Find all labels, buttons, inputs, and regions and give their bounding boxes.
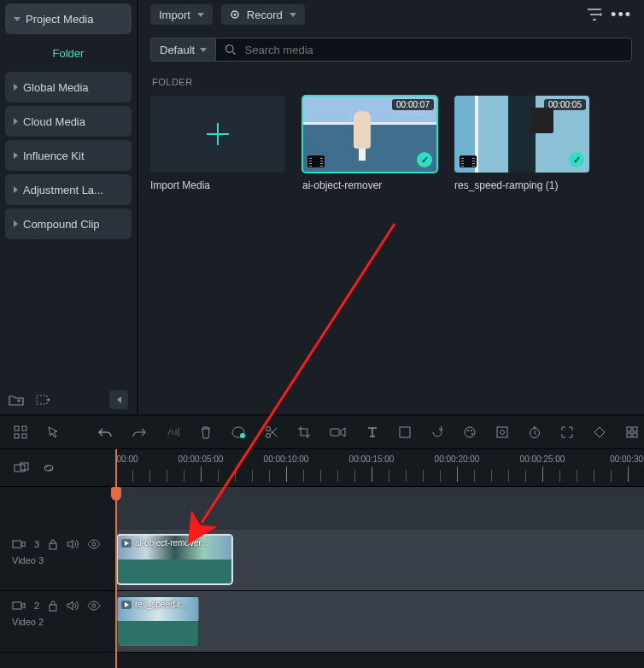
- sidebar-item-compound-clip[interactable]: Compound Clip: [5, 208, 132, 239]
- card-caption: ai-object-remover: [302, 179, 437, 191]
- svg-point-3: [226, 45, 234, 53]
- audio-split-icon[interactable]: [166, 426, 181, 438]
- play-icon: [121, 601, 132, 609]
- sidebar-item-influence-kit[interactable]: Influence Kit: [5, 140, 132, 171]
- rotate-icon[interactable]: [430, 425, 444, 439]
- media-card-2[interactable]: 00:00:05 ✓ res_speed-ramping (1): [454, 96, 589, 191]
- svg-rect-26: [50, 543, 56, 549]
- sidebar-item-label: Compound Clip: [23, 218, 100, 231]
- ruler-label: 00:00:05:00: [179, 454, 224, 464]
- time-ruler[interactable]: 00:00 00:00:05:00 00:00:10:00 00:00:15:0…: [115, 449, 644, 486]
- lock-icon[interactable]: [48, 600, 58, 612]
- svg-rect-17: [497, 427, 507, 437]
- svg-rect-25: [13, 541, 21, 548]
- more-tools-icon[interactable]: [625, 425, 639, 439]
- search-input[interactable]: [243, 43, 623, 57]
- svg-point-9: [266, 427, 271, 431]
- media-sidebar: Project Media Folder Global Media Cloud …: [0, 0, 137, 414]
- color-icon[interactable]: [463, 425, 477, 439]
- redo-icon[interactable]: [132, 426, 147, 438]
- mute-icon[interactable]: [67, 539, 79, 549]
- visibility-icon[interactable]: [87, 601, 101, 611]
- search-filter-dropdown[interactable]: Default: [150, 38, 215, 62]
- svg-rect-0: [37, 396, 47, 404]
- ruler-label: 00:00:15:00: [349, 454, 395, 464]
- pointer-icon[interactable]: [46, 425, 60, 439]
- record-button[interactable]: Record: [221, 4, 305, 25]
- sidebar-label: Project Media: [26, 13, 93, 26]
- svg-point-10: [266, 434, 271, 438]
- sidebar-item-cloud-media[interactable]: Cloud Media: [5, 106, 132, 137]
- ruler-label: 00:00:30:: [610, 454, 644, 464]
- collapse-sidebar-button[interactable]: [109, 390, 128, 409]
- expand-icon[interactable]: [560, 425, 574, 439]
- chevron-right-icon: [14, 186, 18, 193]
- chevron-down-icon: [14, 17, 20, 21]
- snapping-icon[interactable]: [14, 425, 27, 439]
- clip-title: res_speed-r...: [135, 600, 187, 609]
- svg-point-13: [465, 427, 475, 437]
- timeline-clip-1[interactable]: ai-object-remover...: [117, 535, 232, 584]
- svg-rect-28: [13, 602, 21, 609]
- search-input-wrap: [215, 38, 632, 62]
- crop-icon[interactable]: [297, 425, 311, 439]
- undo-icon[interactable]: [97, 426, 113, 438]
- svg-rect-5: [22, 426, 26, 431]
- svg-point-15: [471, 430, 472, 431]
- new-folder-icon[interactable]: [9, 394, 24, 406]
- delete-icon[interactable]: [200, 425, 212, 439]
- overwrite-icon[interactable]: [14, 462, 29, 474]
- import-media-card[interactable]: Import Media: [150, 96, 285, 191]
- import-label: Import: [159, 9, 190, 21]
- camera-icon: [12, 601, 26, 611]
- filter-icon[interactable]: [587, 8, 602, 21]
- track-number: 2: [34, 601, 39, 611]
- sidebar-folder[interactable]: Folder: [5, 38, 132, 68]
- ruler-label: 00:00:10:00: [264, 454, 309, 464]
- svg-point-14: [467, 430, 469, 431]
- ruler-label: 00:00:20:00: [435, 454, 480, 464]
- diamond-icon[interactable]: [593, 425, 606, 439]
- sidebar-project-media[interactable]: Project Media: [5, 3, 132, 34]
- clip-title: ai-object-remover...: [135, 538, 208, 548]
- split-icon[interactable]: [265, 425, 278, 439]
- lock-icon[interactable]: [48, 538, 58, 550]
- record-label: Record: [247, 9, 283, 21]
- more-icon[interactable]: •••: [611, 6, 632, 24]
- svg-rect-22: [633, 433, 637, 437]
- duration-badge: 00:00:07: [392, 99, 434, 110]
- film-icon: [460, 155, 477, 167]
- mask-icon[interactable]: [231, 425, 246, 439]
- sidebar-item-label: Adjustment La...: [23, 184, 103, 196]
- svg-point-27: [92, 542, 96, 546]
- text-icon[interactable]: [366, 425, 379, 439]
- svg-rect-11: [331, 429, 339, 436]
- keyframe-icon[interactable]: [495, 425, 509, 439]
- chevron-right-icon: [14, 84, 18, 91]
- card-caption: res_speed-ramping (1): [454, 179, 589, 191]
- plus-icon: [207, 123, 229, 145]
- playhead[interactable]: [115, 449, 117, 668]
- sidebar-item-global-media[interactable]: Global Media: [5, 72, 132, 103]
- speed-icon[interactable]: [330, 426, 347, 438]
- play-icon: [121, 539, 132, 548]
- timeline-clip-2[interactable]: res_speed-r...: [117, 596, 199, 646]
- frame-icon[interactable]: [398, 425, 412, 439]
- sidebar-item-adjustment-layer[interactable]: Adjustment La...: [5, 174, 132, 205]
- timer-icon[interactable]: [528, 425, 542, 439]
- sidebar-item-label: Cloud Media: [23, 115, 85, 128]
- mute-icon[interactable]: [67, 601, 79, 611]
- link-icon[interactable]: [41, 462, 56, 474]
- chevron-down-icon: [290, 13, 296, 17]
- svg-rect-7: [22, 434, 26, 438]
- search-icon: [225, 44, 236, 56]
- visibility-icon[interactable]: [87, 539, 101, 549]
- timeline: 00:00 00:00:05:00 00:00:10:00 00:00:15:0…: [0, 448, 644, 668]
- svg-rect-23: [15, 465, 25, 472]
- duration-badge: 00:00:05: [544, 99, 586, 110]
- record-icon: [230, 9, 240, 20]
- svg-rect-6: [15, 434, 19, 438]
- media-card-1[interactable]: 00:00:07 ✓ ai-object-remover: [302, 96, 437, 191]
- new-compound-icon[interactable]: [36, 394, 51, 406]
- import-button[interactable]: Import: [150, 4, 213, 25]
